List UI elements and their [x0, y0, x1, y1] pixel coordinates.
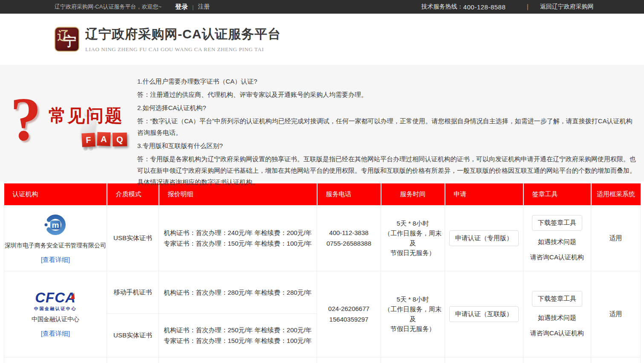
faq-answer-2: 答：“数字认证（CA）平台”中所列示的认证机构均已经完成对接调试，任何一家都可以…: [137, 115, 637, 138]
phone-cell: 024-26206677 15640359297: [317, 271, 381, 357]
faq-cube-a: A: [97, 132, 110, 146]
price-cell: 机构证书：首次办理：240元/年 年检续费：200元/年 专家证书：首次办理：1…: [159, 205, 317, 271]
welcome-text: 辽宁政府采购网-CA认证服务平台，欢迎您~: [55, 3, 162, 11]
table-row: CFCA 中国金融认证中心 中国金融认证中心 [查看详细] 移动手机证书 机构证…: [4, 271, 641, 314]
logo-char-2: 宁: [64, 33, 76, 50]
price-line: 机构证书：首次办理：280元/年 年检续费：280元/年: [159, 287, 317, 298]
table-row-stub: [4, 357, 641, 363]
faq-answer-1: 答：注册通过的供应商、代理机构、评审专家以及开通账号的采购人均需要办理。: [137, 89, 637, 100]
topbar-divider-2: ｜: [525, 3, 531, 11]
sign-tool-note: 如遇技术问题: [523, 238, 591, 246]
faq-content: 1.什么用户需要办理数字证书（CA）认证? 答：注册通过的供应商、代理机构、评审…: [132, 65, 638, 181]
time-cell: 5天 * 8小时 （工作日服务，周末及 节假日无服务）: [381, 271, 445, 357]
topbar-right: 技术服务热线： 400-128-8588 ｜ 返回辽宁政府采购网: [422, 3, 594, 11]
table-cell-empty: [523, 357, 591, 363]
view-detail-link[interactable]: [查看详细]: [41, 330, 70, 338]
table-cell-empty: [4, 357, 107, 363]
table-cell-empty: [317, 357, 381, 363]
download-sign-tool-button[interactable]: 下载签章工具: [532, 215, 582, 231]
price-line: 机构证书：首次办理：240元/年 年检续费：200元/年: [159, 227, 317, 238]
site-titles: 辽宁政府采购网-CA认证服务平台 LIAO NING ZHENG FU CAI …: [85, 26, 281, 53]
price-line: 专家证书：首次办理：150元/年 年检续费：100元/年: [159, 238, 317, 249]
page-title: 辽宁政府采购网-CA认证服务平台: [85, 26, 281, 43]
table-cell-empty: [159, 357, 317, 363]
apply-cert-dedicated-button[interactable]: 申请认证（专用版）: [449, 230, 519, 246]
faq-cube-q: Q: [113, 133, 127, 147]
org-name: 深圳市电子商务安全证书管理有限公司: [4, 242, 107, 250]
price-cell: 机构证书：首次办理：250元/年 年检续费：200元/年 专家证书：首次办理：1…: [159, 314, 317, 357]
phone-number: 400-112-3838: [317, 229, 381, 236]
shenzhen-ca-logo-icon: m: [4, 212, 107, 238]
faq-graphic: ? 常见问题 F A Q: [4, 65, 132, 181]
faq-section: ? 常见问题 F A Q 1.什么用户需要办理数字证书（CA）认证? 答：注册通…: [0, 65, 644, 181]
service-time-line: 5天 * 8小时: [381, 218, 445, 228]
price-line: 专家证书：首次办理：150元/年 年检续费：100元/年: [159, 335, 317, 346]
hotline-label: 技术服务热线：: [422, 3, 463, 11]
org-name: 中国金融认证中心: [4, 316, 107, 323]
cfca-logo-subtitle: 中国金融认证中心: [4, 306, 107, 312]
service-time-line: 节假日无服务）: [381, 248, 445, 258]
service-time-line: 5天 * 8小时: [381, 294, 445, 304]
ca-table: 认证机构 介质模式 报价明细 服务电话 服务时间 申请 签章工具 适用框采系统: [4, 183, 641, 363]
phone-number: 0755-26588388: [317, 240, 381, 247]
time-cell: 5天 * 8小时 （工作日服务，周末及 节假日无服务）: [381, 205, 445, 271]
table-cell-empty: [445, 357, 523, 363]
liaoning-logo-icon: 辽 宁: [55, 27, 79, 52]
price-cell: 机构证书：首次办理：280元/年 年检续费：280元/年: [159, 271, 317, 314]
sign-tool-cell: 下载签章工具 如遇技术问题 请咨询CA认证机构: [523, 271, 591, 357]
apply-cert-interconnect-button[interactable]: 申请认证（互联版）: [449, 306, 519, 322]
sign-tool-note: 请咨询CA认证机构: [523, 253, 591, 261]
view-detail-link[interactable]: [查看详细]: [41, 256, 70, 264]
phone-cell: 400-112-3838 0755-26588388: [317, 205, 381, 271]
cfca-logo-icon: CFCA 中国金融认证中心: [4, 290, 107, 312]
ca-table-wrap: 认证机构 介质模式 报价明细 服务电话 服务时间 申请 签章工具 适用框采系统: [4, 183, 640, 363]
sign-tool-cell: 下载签章工具 如遇技术问题 请咨询CA认证机构: [523, 205, 591, 271]
sign-tool-note: 请咨询CA认证机构: [523, 329, 591, 337]
download-sign-tool-button[interactable]: 下载签章工具: [532, 291, 582, 307]
apply-cell: 申请认证（专用版）: [445, 205, 523, 271]
faq-question-3: 3.专用版和互联版有什么区别?: [137, 142, 637, 150]
faq-cubes-icon: F A Q: [82, 132, 127, 146]
faq-answer-3: 答：专用版是各家机构为辽宁政府采购网设置的独享证书。互联版是指已经在其他网站平台…: [137, 153, 637, 188]
table-cell-empty: [381, 357, 445, 363]
applicable-cell: 适用: [591, 205, 641, 271]
faq-question-1: 1.什么用户需要办理数字证书（CA）认证?: [137, 78, 637, 86]
apply-cell: 申请认证（互联版）: [445, 271, 523, 357]
medium-cell: 移动手机证书: [107, 271, 159, 314]
medium-cell: USB实体证书: [107, 314, 159, 357]
hotline-number: 400-128-8588: [463, 3, 505, 11]
register-link[interactable]: 注册: [198, 3, 210, 11]
svg-text:m: m: [52, 221, 59, 229]
topbar-left: 辽宁政府采购网-CA认证服务平台，欢迎您~ 登录 | 注册: [55, 3, 210, 11]
topbar: 辽宁政府采购网-CA认证服务平台，欢迎您~ 登录 | 注册 技术服务热线： 40…: [0, 0, 644, 14]
back-to-portal-link[interactable]: 返回辽宁政府采购网: [540, 3, 594, 11]
table-cell-empty: [591, 357, 641, 363]
service-time-line: （工作日服务，周末及: [381, 304, 445, 324]
faq-heading: 常见问题: [49, 104, 124, 128]
page-subtitle: LIAO NING ZHENG FU CAI GOU WANG CA REN Z…: [85, 46, 281, 53]
service-time-line: （工作日服务，周末及: [381, 228, 445, 248]
faq-question-2: 2.如何选择CA认证机构?: [137, 104, 637, 112]
login-link[interactable]: 登录: [175, 3, 188, 11]
sign-tool-note: 如遇技术问题: [523, 314, 591, 322]
org-cell-shenzhen: m 深圳市电子商务安全证书管理有限公司 [查看详细]: [4, 205, 107, 271]
applicable-cell: 适用: [591, 271, 641, 357]
price-line: 机构证书：首次办理：250元/年 年检续费：200元/年: [159, 325, 317, 335]
topbar-divider: |: [192, 4, 193, 10]
table-row: m 深圳市电子商务安全证书管理有限公司 [查看详细] USB实体证书 机构证书：…: [4, 205, 641, 271]
question-mark-icon: ?: [10, 88, 41, 150]
org-cell-cfca: CFCA 中国金融认证中心 中国金融认证中心 [查看详细]: [4, 271, 107, 357]
faq-cube-f: F: [81, 133, 95, 147]
service-time-line: 节假日无服务）: [381, 324, 445, 334]
table-cell-empty: [107, 357, 159, 363]
medium-cell: USB实体证书: [107, 205, 159, 271]
phone-number: 024-26206677: [317, 305, 381, 312]
phone-number: 15640359297: [317, 316, 381, 323]
header-org: 认证机构: [4, 183, 107, 205]
site-header: 辽 宁 辽宁政府采购网-CA认证服务平台 LIAO NING ZHENG FU …: [0, 14, 644, 65]
